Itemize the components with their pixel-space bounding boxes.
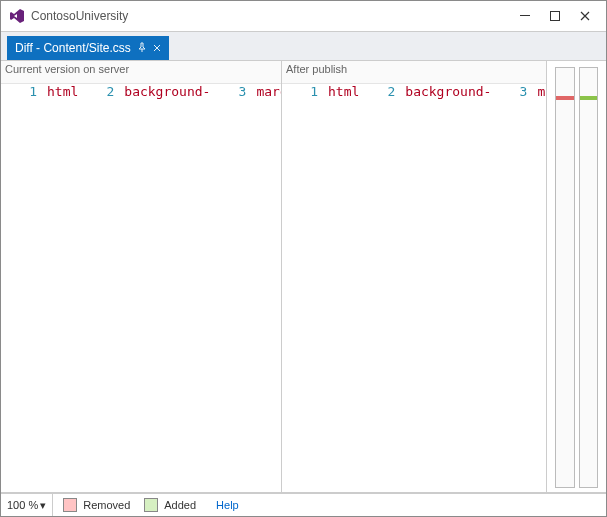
line-text: background-color: #e2e2e2; bbox=[120, 84, 210, 100]
line-number: 3 bbox=[499, 84, 533, 100]
tab-label: Diff - Content/Site.css bbox=[15, 41, 131, 55]
close-button[interactable] bbox=[570, 4, 600, 28]
left-pane: Current version on server 1html {2 backg… bbox=[1, 61, 282, 492]
diff-legend: Removed Added Help bbox=[53, 494, 249, 516]
line-number: 1 bbox=[9, 84, 43, 100]
vs-logo-icon bbox=[9, 8, 25, 24]
line-number: 2 bbox=[86, 84, 120, 100]
code-line[interactable]: 2 background-color: #e2e2e2; bbox=[78, 84, 210, 100]
code-line[interactable]: 2 background-color: #e2e2 bbox=[359, 84, 491, 100]
line-text: margin: 0; bbox=[252, 84, 281, 100]
overview-column-right bbox=[579, 67, 599, 488]
close-tab-icon[interactable] bbox=[153, 41, 161, 55]
line-text: html { bbox=[43, 84, 78, 100]
right-editor[interactable]: 1html {2 background-color: #e2e23 margin… bbox=[282, 84, 546, 492]
code-line[interactable]: 3 margin: 0; bbox=[210, 84, 281, 100]
code-line[interactable]: 1html { bbox=[1, 84, 78, 100]
zoom-value: 100 % bbox=[7, 499, 38, 511]
diff-panes: Current version on server 1html {2 backg… bbox=[1, 61, 606, 493]
right-pane: After publish 1html {2 background-color:… bbox=[282, 61, 546, 492]
overview-removed-mark bbox=[556, 96, 574, 100]
right-pane-header: After publish bbox=[282, 61, 546, 84]
svg-rect-0 bbox=[520, 15, 530, 16]
chevron-down-icon: ▾ bbox=[40, 499, 46, 512]
added-swatch-icon bbox=[144, 498, 158, 512]
titlebar: ContosoUniversity bbox=[1, 1, 606, 31]
minimize-button[interactable] bbox=[510, 4, 540, 28]
left-editor[interactable]: 1html {2 background-color: #e2e2e2;3 mar… bbox=[1, 84, 281, 492]
line-text: background-color: #e2e2 bbox=[401, 84, 491, 100]
left-pane-header: Current version on server bbox=[1, 61, 281, 84]
line-text: margin: 0; bbox=[533, 84, 546, 100]
pin-icon[interactable] bbox=[137, 41, 147, 55]
app-window: ContosoUniversity Diff - Content/Site.cs… bbox=[0, 0, 607, 517]
tab-diff-site-css[interactable]: Diff - Content/Site.css bbox=[7, 36, 169, 60]
overview-column-left bbox=[555, 67, 575, 488]
line-number: 2 bbox=[367, 84, 401, 100]
code-line[interactable]: 3 margin: 0; bbox=[491, 84, 546, 100]
svg-rect-1 bbox=[551, 12, 560, 21]
overview-ruler[interactable] bbox=[546, 61, 606, 492]
help-link[interactable]: Help bbox=[216, 499, 239, 511]
removed-swatch-icon bbox=[63, 498, 77, 512]
line-text: html { bbox=[324, 84, 359, 100]
code-line[interactable]: 1html { bbox=[282, 84, 359, 100]
line-number: 3 bbox=[218, 84, 252, 100]
zoom-control[interactable]: 100 % ▾ bbox=[1, 494, 53, 516]
window-title: ContosoUniversity bbox=[31, 9, 128, 23]
tab-strip: Diff - Content/Site.css bbox=[1, 31, 606, 61]
legend-added-label: Added bbox=[164, 499, 196, 511]
maximize-button[interactable] bbox=[540, 4, 570, 28]
status-bar: 100 % ▾ Removed Added Help bbox=[1, 493, 606, 516]
overview-added-mark bbox=[580, 96, 598, 100]
legend-removed-label: Removed bbox=[83, 499, 130, 511]
line-number: 1 bbox=[290, 84, 324, 100]
